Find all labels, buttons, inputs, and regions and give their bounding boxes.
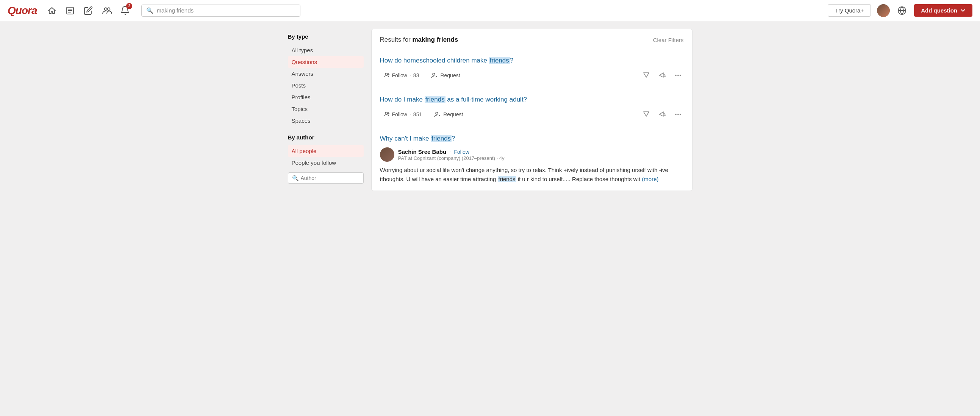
sidebar-item-answers[interactable]: Answers [288,68,364,80]
result-actions-q2: Follow · 851 Request [380,109,684,120]
more-options-button-q2[interactable] [672,109,684,120]
spaces-icon[interactable] [100,5,113,17]
result-item-q2: How do I make friends as a full-time wor… [372,88,692,127]
svg-point-5 [108,8,110,10]
share-button-q1[interactable] [657,70,668,81]
svg-point-11 [677,75,679,76]
question-link-q3[interactable]: Why can't I make friends? [380,134,684,143]
sidebar-item-people-you-follow[interactable]: People you follow [288,157,364,169]
svg-point-10 [675,75,676,76]
follow-icon-q2 [383,111,390,118]
svg-point-14 [436,112,438,115]
logo[interactable]: Quora [8,5,37,17]
result-actions-right-q1 [641,70,684,81]
try-quora-button[interactable]: Try Quora+ [828,4,871,17]
search-input[interactable]: making friends [156,7,296,14]
by-author-heading: By author [288,132,364,142]
question-link-q2[interactable]: How do I make friends as a full-time wor… [380,95,684,104]
svg-point-17 [679,114,681,115]
feed-icon[interactable] [64,5,76,17]
request-button-q2[interactable]: Request [431,110,466,120]
author-follow-link[interactable]: Follow [454,149,469,155]
notifications-icon[interactable]: 2 [119,5,131,17]
write-icon[interactable] [82,5,94,17]
svg-point-16 [677,114,679,115]
results-header: Results for making friends Clear Filters [372,29,692,49]
svg-point-9 [433,73,435,75]
result-item-q3: Why can't I make friends? Sachin Sree Ba… [372,127,692,191]
answer-text: Worrying about ur social life won't chan… [380,166,684,184]
answer-author-row: Sachin Sree Babu · Follow PAT at Cogniza… [380,147,684,162]
answer-author-name-row: Sachin Sree Babu · Follow [398,148,504,155]
author-search-icon: 🔍 [292,175,299,181]
sidebar-item-all-people[interactable]: All people [288,145,364,157]
sidebar-item-posts[interactable]: Posts [288,80,364,91]
navbar: Quora [0,0,980,21]
results-title: Results for making friends [380,36,458,43]
follow-icon-q1 [383,72,390,79]
author-search-input[interactable] [301,175,360,181]
question-link-q1[interactable]: How do homeschooled children make friend… [380,56,684,65]
result-actions-left-q1: Follow · 83 Request [380,70,463,80]
clear-filters-button[interactable]: Clear Filters [653,37,684,43]
follow-button-q2[interactable]: Follow · 851 [380,110,425,120]
language-icon[interactable] [896,5,908,17]
main-layout: By type All types Questions Answers Post… [282,21,698,199]
notification-badge: 2 [126,3,132,9]
answer-author-avatar [380,147,395,162]
result-item-q1: How do homeschooled children make friend… [372,49,692,88]
content-area: Results for making friends Clear Filters… [371,29,692,191]
chevron-down-icon [960,8,966,13]
svg-point-15 [675,114,676,115]
answer-more-link[interactable]: (more) [642,176,659,182]
search-icon: 🔍 [146,7,153,14]
sidebar-item-profiles[interactable]: Profiles [288,91,364,103]
answer-author-meta: PAT at Cognizant (company) (2017–present… [398,155,504,161]
request-icon-q2 [434,111,441,118]
share-button-q2[interactable] [657,109,668,120]
avatar[interactable] [877,4,890,17]
follow-button-q1[interactable]: Follow · 83 [380,70,422,80]
sidebar-item-all-types[interactable]: All types [288,44,364,56]
search-bar: 🔍 making friends [141,5,301,17]
by-type-heading: By type [288,32,364,41]
sidebar-item-questions[interactable]: Questions [288,56,364,68]
sidebar-item-spaces[interactable]: Spaces [288,115,364,126]
sidebar: By type All types Questions Answers Post… [288,29,364,191]
more-options-button-q1[interactable] [672,70,684,81]
sidebar-item-topics[interactable]: Topics [288,103,364,115]
result-actions-left-q2: Follow · 851 Request [380,110,466,120]
svg-point-12 [679,75,681,76]
avatar-image [877,4,890,17]
request-icon-q1 [431,72,438,79]
request-button-q1[interactable]: Request [428,70,463,80]
result-actions-right-q2 [641,109,684,120]
answer-author-info: Sachin Sree Babu · Follow PAT at Cogniza… [398,148,504,161]
svg-point-4 [105,8,107,10]
downvote-button-q1[interactable] [641,70,652,81]
result-actions-q1: Follow · 83 Request [380,70,684,81]
downvote-button-q2[interactable] [641,109,652,120]
answer-author-name[interactable]: Sachin Sree Babu [398,148,447,155]
home-icon[interactable] [46,5,58,17]
author-search: 🔍 [288,172,364,184]
add-question-button[interactable]: Add question [914,4,972,17]
